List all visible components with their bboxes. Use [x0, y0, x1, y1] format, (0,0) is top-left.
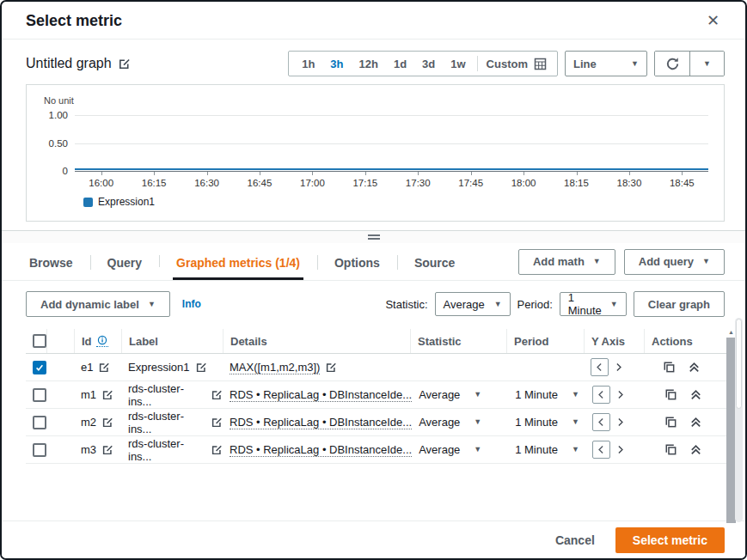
clear-graph-button[interactable]: Clear graph — [634, 291, 725, 317]
refresh-split-button: ▼ — [654, 51, 725, 76]
tab-query[interactable]: Query — [104, 248, 145, 280]
edit-id-icon[interactable] — [101, 444, 113, 456]
edit-label-icon[interactable] — [211, 417, 223, 429]
metric-details[interactable]: RDS • ReplicaLag • DBInstanceIde... — [230, 388, 412, 402]
row-statistic-select[interactable]: Average ▼ — [419, 443, 481, 456]
collapse-icon[interactable] — [688, 361, 701, 374]
chevron-down-icon: ▼ — [572, 418, 579, 426]
edit-id-icon[interactable] — [101, 389, 113, 401]
y-tick-label: 0.50 — [34, 138, 68, 149]
duplicate-icon[interactable] — [664, 416, 677, 429]
row-period-select[interactable]: 1 Minute ▼ — [515, 443, 579, 456]
period-select[interactable]: 1 Minute ▼ — [560, 292, 627, 316]
duplicate-icon[interactable] — [664, 388, 677, 401]
row-statistic-select[interactable]: Average ▼ — [419, 416, 481, 429]
row-checkbox[interactable] — [33, 361, 46, 374]
chevron-down-icon: ▼ — [474, 391, 481, 399]
metric-label: rds-cluster-ins... — [128, 437, 205, 463]
x-tick-label: 17:45 — [444, 172, 497, 188]
id-column-header: Id — [74, 329, 121, 353]
yaxis-left-button[interactable] — [592, 441, 610, 459]
gridline — [75, 115, 708, 116]
duplicate-icon[interactable] — [664, 443, 677, 456]
edit-graph-name-icon[interactable] — [118, 58, 131, 70]
chart-legend[interactable]: Expression1 — [83, 196, 717, 208]
time-range-12h[interactable]: 12h — [352, 54, 386, 74]
time-range-1w[interactable]: 1w — [443, 54, 473, 74]
dialog-header: Select metric ✕ — [2, 2, 745, 40]
edit-details-icon[interactable] — [325, 362, 337, 374]
statistic-column-header: Statistic — [410, 329, 506, 353]
graph-name-label: Untitled graph — [26, 56, 112, 71]
add-math-button[interactable]: Add math ▼ — [518, 249, 615, 275]
cancel-button[interactable]: Cancel — [555, 533, 595, 547]
details-column-header: Details — [223, 329, 410, 353]
yaxis-left-button[interactable] — [592, 413, 610, 431]
metric-id: m1 — [81, 388, 96, 401]
tab-browse[interactable]: Browse — [26, 248, 77, 280]
row-period-select[interactable]: 1 Minute ▼ — [515, 416, 579, 429]
edit-id-icon[interactable] — [101, 417, 113, 429]
info-link[interactable]: Info — [182, 298, 201, 310]
tab-options[interactable]: Options — [331, 248, 383, 280]
metric-details[interactable]: RDS • ReplicaLag • DBInstanceIde... — [230, 416, 412, 429]
refresh-button[interactable] — [655, 52, 689, 76]
time-range-3h[interactable]: 3h — [322, 54, 351, 74]
x-axis-labels: 16:00 16:15 16:30 16:45 17:00 17:15 17:3… — [75, 172, 708, 188]
yaxis-left-button[interactable] — [591, 358, 609, 376]
row-checkbox[interactable] — [33, 388, 46, 402]
refresh-options-button[interactable]: ▼ — [689, 52, 724, 76]
x-tick-label: 16:30 — [181, 172, 233, 188]
edit-label-icon[interactable] — [195, 362, 207, 374]
row-statistic-select[interactable]: Average ▼ — [419, 388, 481, 401]
time-range-1h[interactable]: 1h — [294, 54, 322, 74]
edit-label-icon[interactable] — [211, 444, 223, 456]
tab-graphed-metrics[interactable]: Graphed metrics (1/4) — [173, 248, 303, 280]
chart-type-select[interactable]: Line ▼ — [565, 51, 647, 76]
chevron-down-icon: ▼ — [593, 258, 601, 265]
statistic-select[interactable]: Average ▼ — [435, 292, 511, 316]
collapse-icon[interactable] — [689, 388, 702, 401]
yaxis-right-button[interactable] — [613, 444, 627, 455]
yaxis-right-button[interactable] — [613, 417, 627, 428]
edit-label-icon[interactable] — [211, 389, 223, 401]
panel-scrollbar-thumb[interactable] — [736, 319, 742, 409]
row-checkbox[interactable] — [33, 416, 46, 429]
resize-strip — [2, 230, 745, 243]
metric-chart: No unit 1.00 0.50 0 16:00 16:15 16:30 16… — [26, 84, 725, 222]
edit-id-icon[interactable] — [98, 362, 110, 374]
x-tick-label: 17:00 — [286, 172, 339, 188]
dialog-footer: Cancel Select metric — [2, 520, 745, 558]
time-range-1d[interactable]: 1d — [386, 54, 414, 74]
time-range-3d[interactable]: 3d — [414, 54, 443, 74]
custom-range-button[interactable]: Custom — [481, 54, 552, 74]
graph-name: Untitled graph — [26, 56, 131, 71]
metric-details[interactable]: RDS • ReplicaLag • DBInstanceIde... — [230, 443, 412, 457]
add-dynamic-label-button[interactable]: Add dynamic label ▼ — [26, 291, 170, 317]
panel-scrollbar[interactable] — [735, 318, 743, 522]
graph-controls: 1h 3h 12h 1d 3d 1w Custom Line ▼ — [288, 51, 725, 76]
info-icon[interactable] — [96, 335, 108, 347]
add-query-button[interactable]: Add query ▼ — [624, 249, 725, 275]
select-metric-button[interactable]: Select metric — [615, 527, 725, 553]
row-checkbox[interactable] — [33, 443, 46, 457]
collapse-icon[interactable] — [689, 416, 702, 429]
duplicate-icon[interactable] — [663, 361, 676, 374]
close-icon[interactable]: ✕ — [701, 11, 725, 30]
y-tick-label: 0 — [34, 166, 68, 176]
yaxis-right-button[interactable] — [611, 362, 625, 373]
yaxis-right-button[interactable] — [613, 389, 627, 400]
color-column-header — [46, 329, 74, 353]
dialog-title: Select metric — [26, 12, 122, 30]
x-tick-label: 17:30 — [392, 172, 444, 188]
metric-id: m2 — [81, 416, 96, 429]
yaxis-left-button[interactable] — [592, 386, 610, 404]
row-period-select[interactable]: 1 Minute ▼ — [515, 388, 579, 401]
select-all-checkbox[interactable] — [33, 334, 46, 348]
resize-handle-icon[interactable] — [368, 234, 380, 240]
collapse-icon[interactable] — [689, 443, 702, 456]
metric-details[interactable]: MAX([m1,m2,m3]) — [230, 361, 320, 374]
tab-source[interactable]: Source — [411, 248, 458, 280]
x-tick-label: 16:00 — [75, 172, 127, 188]
chart-plot-area: 1.00 0.50 0 — [75, 115, 708, 172]
